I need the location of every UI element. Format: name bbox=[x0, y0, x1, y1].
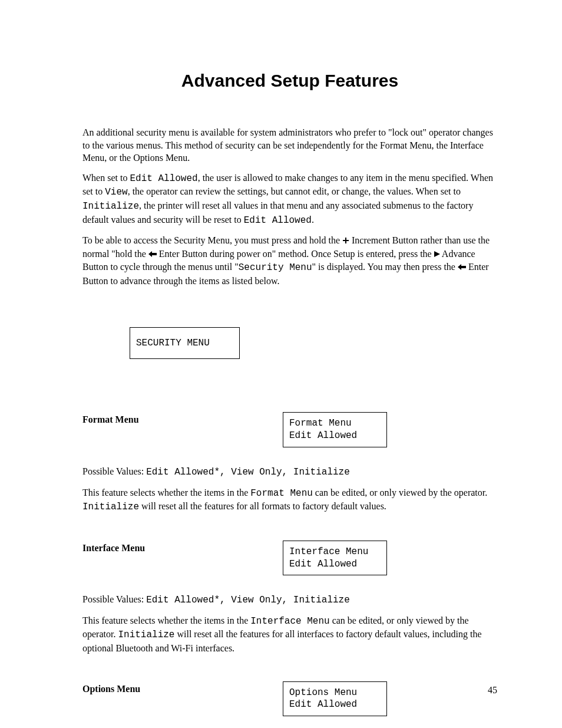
interface-description: This feature selects whether the items i… bbox=[82, 614, 497, 655]
mono-text: Edit Allowed bbox=[244, 215, 312, 226]
text: can be edited, or only viewed by the ope… bbox=[313, 487, 487, 498]
advance-arrow-icon bbox=[434, 248, 440, 261]
text: Possible Values: bbox=[82, 594, 146, 604]
enter-arrow-icon bbox=[148, 248, 157, 261]
page-number: 45 bbox=[488, 685, 497, 696]
menu-display-line2: Edit Allowed bbox=[289, 699, 357, 710]
text: . bbox=[312, 215, 314, 225]
mono-text: View bbox=[105, 187, 127, 197]
text: " is displayed. You may then press the bbox=[312, 262, 458, 272]
format-menu-row: Format Menu Format Menu Edit Allowed bbox=[82, 412, 497, 447]
mono-text: Format Menu bbox=[250, 488, 313, 499]
options-menu-display: Options Menu Edit Allowed bbox=[283, 681, 387, 717]
menu-display-line1: Format Menu bbox=[289, 418, 352, 429]
menu-display-line2: Edit Allowed bbox=[289, 559, 357, 569]
mono-text: Initialize bbox=[82, 201, 139, 212]
mono-text: Initialize bbox=[82, 502, 139, 512]
document-page: Advanced Setup Features An additional se… bbox=[0, 0, 562, 728]
plus-icon bbox=[342, 235, 349, 248]
format-menu-display: Format Menu Edit Allowed bbox=[283, 412, 387, 447]
menu-display-text: SECURITY MENU bbox=[136, 338, 210, 348]
text: , the operator can review the settings, … bbox=[128, 186, 461, 196]
text: Enter Button during power on" method. On… bbox=[157, 249, 434, 259]
mono-text: Initialize bbox=[118, 630, 174, 640]
mono-text: Edit Allowed*, View Only, Initialize bbox=[146, 595, 350, 605]
menu-display-line1: Options Menu bbox=[289, 687, 357, 698]
mono-text: Security Menu bbox=[239, 262, 312, 273]
svg-marker-4 bbox=[458, 264, 466, 270]
intro-paragraph-2: When set to Edit Allowed, the user is al… bbox=[82, 172, 497, 227]
text: When set to bbox=[82, 173, 130, 183]
format-possible-values: Possible Values: Edit Allowed*, View Onl… bbox=[82, 465, 497, 479]
text: This feature selects whether the items i… bbox=[82, 487, 250, 498]
mono-text: Edit Allowed*, View Only, Initialize bbox=[146, 467, 350, 477]
text: Possible Values: bbox=[82, 466, 146, 476]
text: To be able to access the Security Menu, … bbox=[82, 235, 342, 245]
intro-paragraph-1: An additional security menu is available… bbox=[82, 126, 497, 164]
svg-marker-2 bbox=[148, 251, 157, 257]
text: This feature selects whether the items i… bbox=[82, 615, 250, 625]
mono-text: Edit Allowed bbox=[130, 173, 197, 184]
interface-menu-label: Interface Menu bbox=[82, 541, 283, 554]
mono-text: Interface Menu bbox=[250, 616, 329, 627]
options-menu-label: Options Menu bbox=[82, 681, 283, 694]
format-menu-label: Format Menu bbox=[82, 412, 283, 425]
enter-arrow-icon bbox=[458, 261, 466, 274]
menu-display-line2: Edit Allowed bbox=[289, 430, 357, 441]
menu-display-line1: Interface Menu bbox=[289, 546, 368, 557]
text: will reset all the features for all form… bbox=[139, 501, 386, 511]
interface-menu-row: Interface Menu Interface Menu Edit Allow… bbox=[82, 541, 497, 576]
format-description: This feature selects whether the items i… bbox=[82, 486, 497, 514]
security-menu-display: SECURITY MENU bbox=[130, 327, 240, 360]
svg-marker-3 bbox=[434, 251, 440, 257]
options-menu-row: Options Menu Options Menu Edit Allowed bbox=[82, 681, 497, 717]
interface-possible-values: Possible Values: Edit Allowed*, View Onl… bbox=[82, 593, 497, 607]
intro-paragraph-3: To be able to access the Security Menu, … bbox=[82, 234, 497, 287]
interface-menu-display: Interface Menu Edit Allowed bbox=[283, 541, 387, 576]
page-title: Advanced Setup Features bbox=[82, 71, 497, 91]
